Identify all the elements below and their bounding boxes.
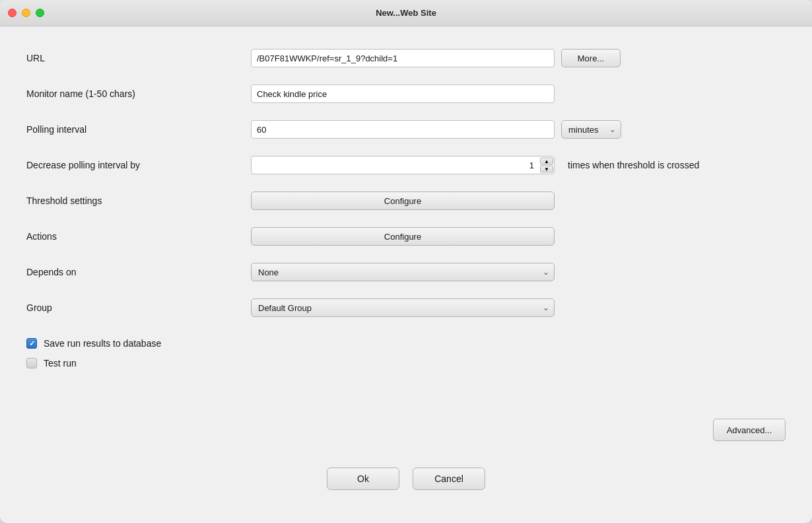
window-title: New...Web Site bbox=[376, 8, 436, 18]
threshold-settings-row: Threshold settings Configure bbox=[26, 189, 786, 213]
depends-on-select[interactable]: None bbox=[251, 263, 555, 281]
monitor-name-label: Monitor name (1-50 chars) bbox=[26, 88, 251, 99]
monitor-name-input[interactable] bbox=[251, 85, 555, 103]
polling-interval-row: Polling interval minutes seconds hours ⌄ bbox=[26, 118, 786, 141]
group-control-area: Default Group ⌄ bbox=[251, 298, 786, 317]
spinner-buttons: ▲ ▼ bbox=[540, 158, 553, 173]
minimize-button[interactable] bbox=[22, 9, 30, 17]
checkboxes-section: Save run results to database Test run bbox=[26, 338, 786, 378]
depends-on-control-area: None ⌄ bbox=[251, 263, 786, 281]
polling-unit-select[interactable]: minutes seconds hours bbox=[561, 120, 621, 139]
polling-unit-select-wrapper: minutes seconds hours ⌄ bbox=[561, 120, 621, 139]
decrease-polling-row: Decrease polling interval by ▲ ▼ times w… bbox=[26, 153, 786, 177]
cancel-button[interactable]: Cancel bbox=[413, 468, 485, 490]
decrease-polling-label: Decrease polling interval by bbox=[26, 160, 251, 170]
advanced-btn-row: Advanced... bbox=[26, 419, 786, 441]
maximize-button[interactable] bbox=[36, 9, 44, 17]
spinner-up-button[interactable]: ▲ bbox=[540, 158, 553, 165]
actions-row: Actions Configure bbox=[26, 225, 786, 248]
group-select-wrapper: Default Group ⌄ bbox=[251, 298, 555, 317]
save-run-row: Save run results to database bbox=[26, 338, 786, 349]
ok-button[interactable]: Ok bbox=[327, 468, 399, 490]
polling-interval-label: Polling interval bbox=[26, 124, 251, 135]
actions-configure-button[interactable]: Configure bbox=[251, 227, 555, 246]
actions-control-area: Configure bbox=[251, 227, 786, 246]
more-button[interactable]: More... bbox=[561, 49, 621, 67]
depends-on-label: Depends on bbox=[26, 267, 251, 277]
url-input[interactable] bbox=[251, 49, 555, 67]
monitor-name-row: Monitor name (1-50 chars) bbox=[26, 82, 786, 106]
save-run-checkbox[interactable] bbox=[26, 338, 37, 349]
decrease-polling-spinner: ▲ ▼ bbox=[251, 156, 555, 174]
url-row: URL More... bbox=[26, 46, 786, 70]
group-row: Group Default Group ⌄ bbox=[26, 296, 786, 320]
threshold-settings-label: Threshold settings bbox=[26, 195, 251, 206]
depends-on-select-wrapper: None ⌄ bbox=[251, 263, 555, 281]
group-label: Group bbox=[26, 302, 251, 313]
test-run-row: Test run bbox=[26, 358, 786, 368]
test-run-label: Test run bbox=[44, 358, 77, 368]
test-run-checkbox[interactable] bbox=[26, 358, 37, 368]
form-content: URL More... Monitor name (1-50 chars) Po… bbox=[0, 26, 812, 523]
group-select[interactable]: Default Group bbox=[251, 298, 555, 317]
title-bar: New...Web Site bbox=[0, 0, 812, 26]
url-control-area: More... bbox=[251, 49, 786, 67]
save-run-label: Save run results to database bbox=[44, 338, 161, 349]
monitor-name-control-area bbox=[251, 85, 786, 103]
polling-interval-control-area: minutes seconds hours ⌄ bbox=[251, 120, 786, 139]
actions-label: Actions bbox=[26, 231, 251, 242]
url-label: URL bbox=[26, 53, 251, 63]
decrease-polling-control-area: ▲ ▼ times when threshold is crossed bbox=[251, 156, 786, 174]
ok-cancel-row: Ok Cancel bbox=[26, 454, 786, 503]
threshold-settings-control-area: Configure bbox=[251, 192, 786, 210]
threshold-suffix-text: times when threshold is crossed bbox=[568, 160, 699, 170]
depends-on-row: Depends on None ⌄ bbox=[26, 260, 786, 284]
advanced-button[interactable]: Advanced... bbox=[713, 419, 786, 441]
window: New...Web Site URL More... Monitor name … bbox=[0, 0, 812, 523]
decrease-polling-input[interactable] bbox=[251, 156, 555, 174]
traffic-lights bbox=[8, 9, 44, 17]
close-button[interactable] bbox=[8, 9, 17, 17]
spinner-down-button[interactable]: ▼ bbox=[540, 166, 553, 173]
threshold-configure-button[interactable]: Configure bbox=[251, 192, 555, 210]
polling-interval-input[interactable] bbox=[251, 120, 555, 139]
